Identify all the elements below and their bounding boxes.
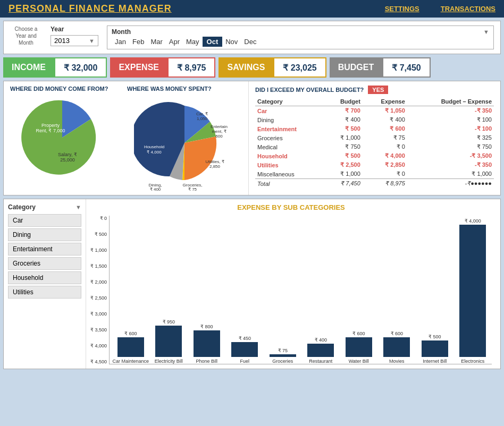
budget-badge: BUDGET ₹ 7,450 — [326, 57, 431, 78]
charts-row: WHERE DID MONEY COME FROM? Property Rent… — [3, 81, 501, 195]
bar-label: Internet Bill — [423, 359, 447, 364]
budget-header-row: DID I EXCEED MY OVERALL BUDGET? YES — [255, 86, 494, 94]
bar-col: ₹ 800Phone Bill — [188, 324, 226, 364]
bar — [231, 342, 258, 357]
month-btn-oct[interactable]: Oct — [203, 37, 223, 47]
month-btn-apr[interactable]: Apr — [166, 37, 183, 47]
category-item-entertainment[interactable]: Entertainment — [8, 243, 81, 255]
bar-col: ₹ 950Electricity Bill — [150, 319, 188, 364]
income-badge: INCOME ₹ 32,000 — [3, 57, 107, 78]
bar-col: ₹ 600Movies — [378, 331, 416, 364]
svg-text:ment, ₹: ment, ₹ — [212, 129, 226, 134]
expense-label: EXPENSE — [110, 57, 167, 78]
month-btn-dec[interactable]: Dec — [241, 37, 259, 47]
category-item-household[interactable]: Household — [8, 271, 81, 284]
y-axis: ₹ 4,500₹ 4,000₹ 3,500₹ 3,000₹ 2,500₹ 2,0… — [90, 216, 109, 364]
yes-badge: YES — [368, 86, 388, 94]
savings-label: SAVINGS — [219, 57, 273, 78]
y-tick: ₹ 3,000 — [90, 311, 107, 317]
bar — [422, 340, 448, 357]
svg-text:₹ 4,000: ₹ 4,000 — [147, 150, 162, 155]
month-btn-may[interactable]: May — [183, 37, 203, 47]
col-expense: Expense — [363, 97, 407, 106]
bar-label: Groceries — [272, 359, 293, 364]
category-list: CarDiningEntertainmentGroceriesHousehold… — [8, 214, 81, 299]
bottom-section: Category ▼ CarDiningEntertainmentGroceri… — [3, 199, 501, 369]
months-row: JanFebMarAprMayOctNovDec — [112, 37, 489, 47]
budget-row: Dining₹ 400₹ 400₹ 100 — [255, 115, 494, 124]
bar-value-label: ₹ 500 — [429, 334, 441, 339]
svg-text:600: 600 — [215, 134, 223, 139]
category-item-dining[interactable]: Dining — [8, 228, 81, 241]
app-header: PERSONAL FINANCE MANAGER SETTINGS TRANSA… — [0, 0, 504, 18]
year-dropdown-icon[interactable]: ▼ — [89, 38, 95, 44]
month-header-row: Month ▼ — [112, 28, 489, 36]
expense-pie-section: WHERE WAS MONEY SPENT? — [121, 81, 248, 195]
bar — [346, 337, 372, 357]
bar — [383, 337, 410, 357]
bar-col: ₹ 500Internet Bill — [416, 334, 454, 364]
y-tick: ₹ 4,000 — [90, 343, 107, 348]
bar — [459, 225, 486, 357]
bar-value-label: ₹ 600 — [124, 331, 137, 336]
main-content: WHERE DID MONEY COME FROM? Property Rent… — [3, 81, 501, 369]
y-tick: ₹ 500 — [95, 232, 107, 237]
svg-text:Household: Household — [144, 144, 164, 149]
category-item-groceries[interactable]: Groceries — [8, 257, 81, 270]
budget-label: BUDGET — [330, 57, 383, 78]
bar-label: Fuel — [240, 359, 250, 364]
month-btn-nov[interactable]: Nov — [222, 37, 241, 47]
bar — [270, 354, 296, 357]
category-item-utilities[interactable]: Utilities — [8, 286, 81, 299]
month-btn-feb[interactable]: Feb — [129, 37, 147, 47]
svg-text:Utilities, ₹: Utilities, ₹ — [205, 159, 224, 164]
month-btn-jan[interactable]: Jan — [112, 37, 129, 47]
month-dropdown-icon[interactable]: ▼ — [483, 29, 489, 35]
col-diff: Budget – Expense — [407, 97, 494, 106]
bar — [155, 326, 182, 357]
bar-value-label: ₹ 400 — [315, 337, 327, 343]
bar — [194, 330, 220, 357]
top-controls: Choose a Year and Month Year 2013 ▼ Mont… — [3, 21, 501, 54]
col-category: Category — [255, 97, 324, 106]
bar-value-label: ₹ 450 — [239, 336, 251, 341]
bar-value-label: ₹ 600 — [352, 331, 365, 336]
settings-link[interactable]: SETTINGS — [385, 5, 419, 13]
month-btn-mar[interactable]: Mar — [147, 37, 165, 47]
bar-col: ₹ 600Car Maintenance — [112, 331, 150, 364]
transactions-link[interactable]: TRANSACTIONS — [441, 5, 495, 13]
income-label: INCOME — [3, 57, 54, 78]
y-tick: ₹ 0 — [100, 216, 107, 221]
savings-value: ₹ 23,025 — [273, 57, 326, 78]
summary-row: INCOME ₹ 32,000 EXPENSE ₹ 8,975 SAVINGS … — [3, 57, 501, 78]
svg-text:₹ 75: ₹ 75 — [188, 187, 197, 191]
budget-row: Car₹ 700₹ 1,050-₹ 350 — [255, 106, 494, 116]
category-item-car[interactable]: Car — [8, 214, 81, 227]
bar-value-label: ₹ 75 — [278, 348, 288, 353]
header-links: SETTINGS TRANSACTIONS — [385, 5, 495, 13]
bar-col: ₹ 600Water Bill — [340, 331, 378, 364]
filter-label: Category — [8, 203, 36, 211]
expense-value: ₹ 8,975 — [167, 57, 215, 78]
year-input-box[interactable]: 2013 ▼ — [51, 35, 98, 46]
bar-label: Restaurant — [309, 359, 332, 364]
svg-text:2,850: 2,850 — [209, 164, 221, 169]
filter-dropdown-icon[interactable]: ▼ — [75, 204, 81, 210]
income-chart-title: WHERE DID MONEY COME FROM? — [10, 86, 114, 92]
svg-text:Car, ₹: Car, ₹ — [196, 112, 208, 116]
y-tick: ₹ 2,000 — [90, 279, 107, 285]
budget-table-section: DID I EXCEED MY OVERALL BUDGET? YES Cate… — [248, 81, 500, 195]
y-tick: ₹ 1,000 — [90, 248, 107, 253]
income-value: ₹ 32,000 — [54, 57, 107, 78]
app-title: PERSONAL FINANCE MANAGER — [9, 3, 172, 14]
bar — [117, 337, 144, 357]
bar-label: Electricity Bill — [155, 359, 183, 364]
svg-text:1,050: 1,050 — [197, 116, 208, 121]
year-section: Year 2013 ▼ — [51, 25, 98, 46]
budget-total-row: Total₹ 7,450₹ 8,975-₹●●●●●● — [255, 179, 494, 189]
y-tick: ₹ 4,500 — [90, 359, 107, 364]
bar-col: ₹ 400Restaurant — [302, 337, 340, 364]
y-tick: ₹ 1,500 — [90, 263, 107, 269]
income-pie-chart: Property Rent, ₹ 7,000 Salary, ₹ 25,000 — [20, 95, 105, 180]
year-label: Year — [51, 25, 98, 33]
